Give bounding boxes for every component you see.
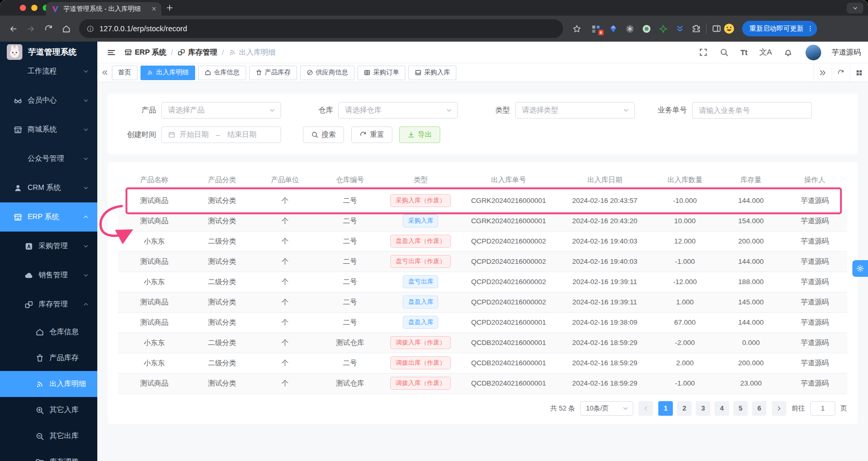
bookmark-star-icon[interactable] [572, 24, 581, 33]
breadcrumb-item-1[interactable]: 库存管理 [177, 48, 217, 57]
table-row[interactable]: 小东东二级分类个二号盘盈入库（作废）QCPD202402160000022024… [118, 231, 847, 251]
extension-icon-3[interactable] [625, 24, 634, 33]
new-tab-button[interactable] [165, 4, 174, 12]
prev-page-button[interactable] [639, 401, 653, 416]
tab-product-stock[interactable]: 产品库存 [249, 66, 297, 80]
restart-update-button[interactable]: 重新启动即可更新 [742, 21, 817, 36]
user-avatar[interactable] [806, 45, 821, 60]
fullscreen-icon[interactable] [699, 48, 708, 57]
sidebar-item-product-stock[interactable]: 产品库存 [0, 345, 97, 371]
tab-purchase-order[interactable]: 采购订单 [358, 66, 405, 80]
bizno-input[interactable] [699, 106, 806, 114]
breadcrumb-item-2[interactable]: 出入库明细 [228, 48, 275, 57]
reset-button[interactable]: 重置 [351, 126, 392, 143]
cell-type: 盘盈入库（作废） [384, 231, 458, 251]
sidebar-item-other-out[interactable]: 其它出库 [0, 423, 97, 449]
table-row[interactable]: 测试商品测试分类个二号采购入库CGRK202402160000012024-02… [118, 211, 847, 231]
cell-stock: 144.000 [720, 312, 782, 332]
notification-bell-icon[interactable] [784, 48, 793, 57]
side-panel-icon[interactable] [712, 24, 721, 33]
table-row[interactable]: 测试商品测试分类个测试仓库调拨入库（作废）QCDB202402160000012… [118, 373, 847, 393]
font-size-icon[interactable]: Tt [741, 48, 747, 57]
date-range-picker[interactable]: 开始日期 – 结束日期 [161, 126, 281, 143]
type-select[interactable]: 请选择类型 [515, 102, 635, 119]
page-size-select[interactable]: 10条/页 [580, 401, 633, 416]
export-button[interactable]: 导出 [399, 126, 440, 143]
table-row[interactable]: 测试商品测试分类个二号盘盈入库QCPD202402160000012024-02… [118, 312, 847, 332]
search-button[interactable]: 搜索 [303, 126, 344, 143]
product-select[interactable]: 请选择产品 [161, 102, 281, 119]
cell-date: 2024-02-16 19:39:11 [559, 272, 650, 292]
extension-icon-1[interactable]: 6 [592, 24, 601, 33]
table-row[interactable]: 测试商品测试分类个二号采购入库（作废）CGRK20240216000001202… [118, 190, 847, 211]
table-row[interactable]: 小东东二级分类个二号盘亏出库QCPD202402160000022024-02-… [118, 272, 847, 292]
column-header-7: 出入库数量 [650, 170, 720, 190]
page-button-4[interactable]: 4 [714, 401, 729, 416]
goto-page-input[interactable] [810, 401, 835, 416]
cell-qty: 2.000 [650, 353, 720, 373]
home-button[interactable] [58, 21, 74, 36]
url-bar[interactable]: 127.0.0.1/erp/stock/record [79, 19, 563, 38]
browser-tab[interactable]: 芋道管理系统 - 出入库明细 [46, 2, 161, 16]
layout-grid-icon[interactable] [850, 63, 868, 82]
theme-settings-button[interactable] [852, 260, 868, 277]
back-button[interactable] [5, 21, 21, 36]
search-icon[interactable] [720, 48, 729, 57]
browser-menu-kebab-icon[interactable] [807, 25, 814, 32]
cell-unit: 个 [254, 373, 316, 393]
site-info-icon[interactable] [86, 25, 94, 33]
minimize-window-button[interactable] [31, 5, 37, 11]
page-button-2[interactable]: 2 [677, 401, 692, 416]
warehouse-select[interactable]: 请选择仓库 [338, 102, 458, 119]
username[interactable]: 芋道源码 [826, 48, 861, 57]
next-page-button[interactable] [772, 401, 786, 416]
table-row[interactable]: 小东东二级分类个二号调拨出库（作废）QCDB202402160000012024… [118, 353, 847, 373]
sidebar-item-stock[interactable]: 库存管理 [0, 290, 97, 319]
close-window-button[interactable] [20, 5, 26, 11]
tags-scroll-right-icon[interactable] [813, 63, 832, 82]
cell-type: 盘盈入库 [384, 312, 458, 332]
page-button-6[interactable]: 6 [752, 401, 767, 416]
tab-search-button[interactable] [847, 3, 863, 14]
reload-button[interactable] [41, 21, 56, 36]
tab-close-icon[interactable] [151, 6, 157, 12]
extensions-puzzle-icon[interactable] [692, 24, 701, 33]
tab-purchase-in[interactable]: 采购入库 [409, 66, 456, 80]
page-button-5[interactable]: 5 [733, 401, 748, 416]
cell-date: 2024-02-16 19:39:11 [559, 292, 650, 312]
chevron-down-icon [83, 97, 89, 104]
sidebar-item-sales[interactable]: 销售管理 [0, 261, 97, 290]
sidebar-item-warehouse-info[interactable]: 仓库信息 [0, 319, 97, 345]
tab-home[interactable]: 首页 [112, 66, 137, 80]
page-button-3[interactable]: 3 [696, 401, 710, 416]
table-row[interactable]: 小东东二级分类个测试仓库调拨入库（作废）QCDB2024021600000120… [118, 332, 847, 353]
sidebar-item-workflow[interactable]: 工作流程 [0, 57, 97, 86]
profile-avatar-icon[interactable] [723, 23, 735, 34]
table-row[interactable]: 测试商品测试分类个二号盘亏出库（作废）QCPD20240216000002202… [118, 251, 847, 272]
refresh-page-icon[interactable] [832, 63, 850, 82]
sidebar-item-mp[interactable]: 公众号管理 [0, 144, 97, 173]
sidebar-item-crm[interactable]: CRM 系统 [0, 173, 97, 202]
translate-icon[interactable]: 文A [759, 47, 772, 57]
sidebar-item-stock-move[interactable]: 库存调拨 [0, 449, 97, 461]
page-button-1[interactable]: 1 [658, 401, 673, 416]
tab-warehouse-info[interactable]: 仓库信息 [198, 66, 246, 80]
cell-type: 调拨入库（作废） [384, 332, 458, 353]
sidebar-item-other-in[interactable]: 其它入库 [0, 397, 97, 423]
collapse-menu-icon[interactable] [107, 48, 116, 57]
extension-icon-6[interactable] [675, 24, 684, 33]
extension-icon-5[interactable] [658, 24, 668, 33]
tab-stock-record[interactable]: 出入库明细 [141, 66, 195, 80]
sidebar-item-mall[interactable]: 商城系统 [0, 115, 97, 144]
sidebar-item-stock-record[interactable]: 出入库明细 [0, 371, 97, 397]
breadcrumb-item-0[interactable]: ERP 系统 [124, 48, 166, 57]
forward-button[interactable] [23, 21, 39, 36]
extension-icon-4[interactable] [642, 24, 651, 33]
extension-icon-2[interactable] [608, 24, 618, 33]
table-row[interactable]: 测试商品测试分类个二号盘盈入库QCPD202402160000022024-02… [118, 292, 847, 312]
sidebar-item-member-center[interactable]: 会员中心 [0, 86, 97, 115]
tags-scroll-left-icon[interactable] [97, 69, 112, 76]
sidebar-item-purchase[interactable]: 采购管理 [0, 232, 97, 261]
sidebar-item-erp[interactable]: ERP 系统 [0, 202, 97, 232]
tab-supplier-info[interactable]: 供应商信息 [300, 66, 355, 80]
